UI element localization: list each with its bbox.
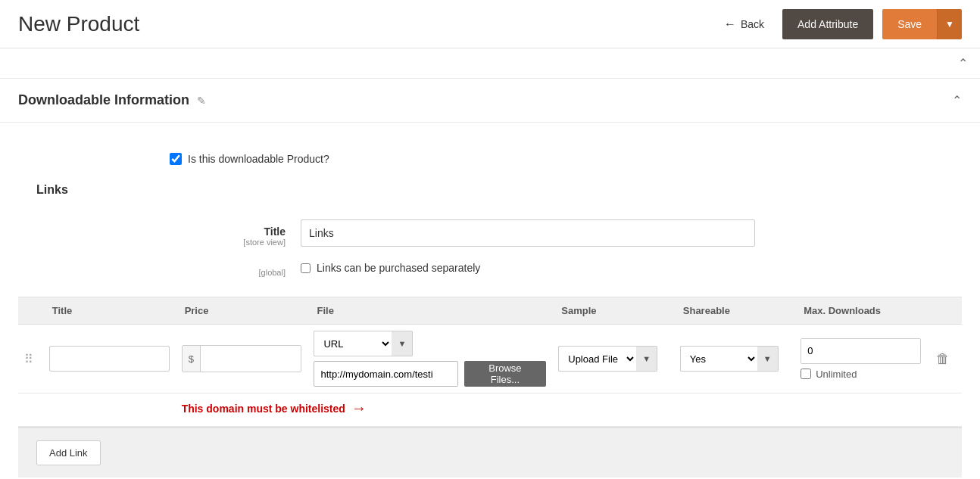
section-collapse-icon[interactable]: ⌃ (952, 93, 962, 107)
title-cell (43, 325, 176, 393)
header-actions: ← Back Add Attribute Save ▼ (715, 9, 962, 39)
title-input[interactable] (301, 219, 755, 247)
sample-type-select[interactable]: Upload File URL (558, 346, 636, 372)
row-title-input[interactable] (49, 346, 170, 372)
price-input[interactable] (201, 346, 301, 372)
table-header-row: Title Price File Sample Shareable (18, 297, 962, 325)
table-row: ⠿ $ (18, 325, 962, 393)
file-dropdown-button[interactable]: ▼ (392, 331, 413, 356)
col-header-file: File (307, 297, 552, 325)
file-cell: URL Upload File ▼ Browse Files... (307, 325, 552, 393)
save-button-group: Save ▼ (882, 9, 962, 39)
title-form-row: Title [store view] (149, 212, 831, 254)
shareable-select[interactable]: Yes No Use Config (680, 346, 757, 372)
shareable-wrap: Yes No Use Config ▼ (680, 346, 788, 372)
max-downloads-input[interactable] (801, 338, 921, 364)
price-cell: $ (176, 325, 308, 393)
shareable-cell: Yes No Use Config ▼ (674, 325, 794, 393)
price-input-wrap: $ (182, 345, 302, 372)
drag-handle-cell: ⠿ (18, 325, 43, 393)
unlimited-wrap: Unlimited (801, 369, 921, 380)
save-dropdown-button[interactable]: ▼ (937, 9, 962, 39)
whitelist-warning-text: This domain must be whitelisted (182, 403, 345, 415)
file-url-input[interactable] (314, 361, 457, 387)
max-dl-wrap: Unlimited (801, 338, 921, 380)
col-header-drag (18, 297, 43, 325)
links-purchasable-checkbox[interactable] (301, 263, 311, 273)
unlimited-label[interactable]: Unlimited (816, 369, 857, 380)
price-prefix: $ (183, 346, 201, 372)
links-purchasable-label[interactable]: Links can be purchased separately (317, 262, 480, 274)
title-control-wrap (301, 219, 831, 247)
page-title: New Product (18, 12, 139, 36)
maxdl-cell: Unlimited (794, 325, 927, 393)
file-url-row: Browse Files... (314, 361, 546, 387)
add-link-area: Add Link (18, 428, 962, 477)
back-arrow-icon: ← (724, 17, 736, 31)
section-body: Is this downloadable Product? Links Titl… (0, 123, 980, 479)
global-label: [global] (149, 268, 286, 277)
col-header-price: Price (176, 297, 308, 325)
warning-arrow-icon: → (351, 400, 367, 417)
empty-warning-td (18, 393, 176, 427)
unlimited-checkbox[interactable] (801, 369, 811, 379)
purchasable-form-row: [global] Links can be purchased separate… (149, 254, 831, 285)
title-store-view-label: [store view] (149, 238, 286, 247)
purchasable-control-wrap: Links can be purchased separately (301, 262, 831, 274)
delete-row-button[interactable]: 🗑 (933, 348, 953, 370)
downloadable-info-section: Downloadable Information ✎ ⌃ Is this dow… (0, 79, 980, 479)
col-header-title: Title (43, 297, 176, 325)
shareable-dropdown-button[interactable]: ▼ (757, 346, 779, 372)
back-label: Back (741, 18, 764, 30)
section-title: Downloadable Information (18, 92, 189, 108)
warning-td: This domain must be whitelisted → (176, 393, 553, 427)
sample-cell: Upload File URL ▼ (552, 325, 674, 393)
collapsed-section: ⌃ (0, 48, 980, 79)
collapse-icon[interactable]: ⌃ (958, 56, 968, 70)
drag-handle-icon[interactable]: ⠿ (24, 353, 33, 365)
page-header: New Product ← Back Add Attribute Save ▼ (0, 0, 980, 48)
links-subsection: Links Title [store view] [global] Link (18, 183, 962, 285)
empty-warning-td2 (552, 393, 962, 427)
action-cell: 🗑 (927, 325, 962, 393)
warning-arrow-row: This domain must be whitelisted → (182, 400, 547, 417)
col-header-action (927, 297, 962, 325)
section-title-wrap: Downloadable Information ✎ (18, 92, 206, 108)
warning-row: This domain must be whitelisted → (18, 393, 962, 427)
edit-icon[interactable]: ✎ (197, 95, 206, 107)
is-downloadable-label[interactable]: Is this downloadable Product? (188, 153, 329, 165)
title-label: Title (264, 226, 286, 238)
col-header-shareable: Shareable (674, 297, 794, 325)
is-downloadable-checkbox[interactable] (170, 153, 182, 165)
links-table-section: Title Price File Sample Shareable (18, 297, 962, 428)
links-subsection-title: Links (18, 183, 962, 212)
title-label-wrap: Title [store view] (149, 219, 301, 247)
sample-wrap: Upload File URL ▼ (558, 346, 668, 372)
add-attribute-button[interactable]: Add Attribute (782, 9, 873, 39)
save-button[interactable]: Save (882, 9, 937, 39)
file-type-select[interactable]: URL Upload File (314, 331, 392, 356)
downloadable-checkbox-row: Is this downloadable Product? (18, 141, 962, 183)
file-select-wrap: URL Upload File ▼ (314, 331, 546, 356)
section-header[interactable]: Downloadable Information ✎ ⌃ (0, 79, 980, 123)
col-header-sample: Sample (552, 297, 674, 325)
col-header-maxdl: Max. Downloads (794, 297, 927, 325)
sample-dropdown-button[interactable]: ▼ (636, 346, 657, 372)
add-link-button[interactable]: Add Link (36, 440, 101, 465)
browse-files-button[interactable]: Browse Files... (464, 361, 547, 387)
links-table: Title Price File Sample Shareable (18, 297, 962, 427)
back-button[interactable]: ← Back (715, 11, 773, 37)
global-label-wrap: [global] (149, 262, 301, 277)
